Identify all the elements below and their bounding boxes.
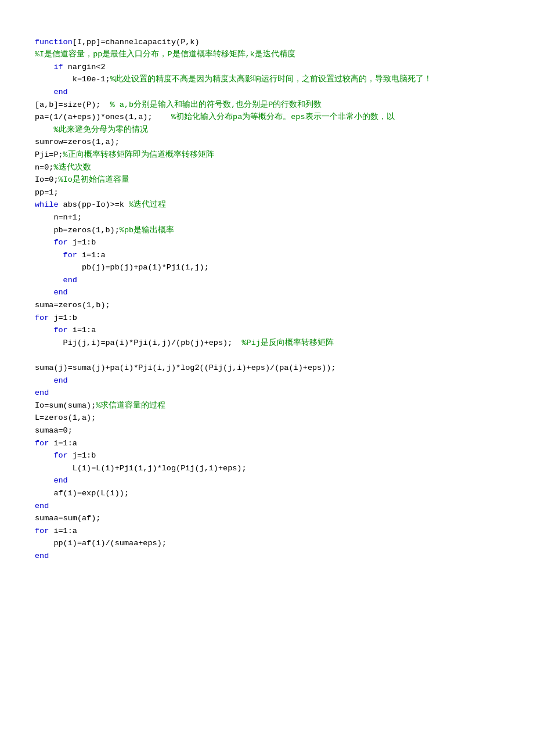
comment-line2: %此处设置的精度不高是因为精度太高影响运行时间，之前设置过较高的，导致电脑死了！ [110,75,432,84]
comment-line5: %此来避免分母为零的情况 [53,125,147,134]
keyword-end6: end [53,476,67,485]
comment-line1: %I是信道容量，pp是最佳入口分布，P是信道概率转移矩阵,k是迭代精度 [35,50,295,59]
code-editor: function[I,pp]=channelcapacity(P,k) %I是信… [35,23,499,563]
keyword-end5: end [35,388,49,397]
code-text: [I,pp]=channelcapacity(P,k) [73,38,200,46]
keyword-for2: for [63,251,77,260]
keyword-for7: for [35,527,49,535]
keyword-end7: end [35,502,49,510]
keyword-for5: for [35,439,49,448]
comment-line9: %迭代过程 [129,200,166,209]
keyword-end8: end [35,552,49,560]
keyword-for1: for [53,238,67,247]
keyword-for4: for [53,326,67,334]
keyword-if: if [53,63,63,71]
comment-line8: %Io是初始信道容量 [59,175,129,184]
comment-line4: %初始化输入分布pa为等概分布。eps表示一个非常小的数，以 [171,113,395,121]
comment-line6: %正向概率转移矩阵即为信道概率转移矩阵 [63,150,214,159]
keyword-while: while [35,200,59,209]
comment-line7: %迭代次数 [53,163,91,172]
keyword-for3: for [35,314,49,322]
comment-line10: %pb是输出概率 [120,226,174,235]
keyword-for6: for [53,451,67,460]
keyword-end4: end [53,376,67,385]
comment-line3: % a,b分别是输入和输出的符号数,也分别是P的行数和列数 [110,100,322,109]
keyword-end3: end [53,288,67,297]
comment-line11: %Pij是反向概率转移矩阵 [241,339,333,347]
keyword-end1: end [53,88,67,96]
keyword-function: function [35,38,73,46]
comment-line12: %求信道容量的过程 [96,401,165,410]
keyword-end2: end [63,276,77,285]
